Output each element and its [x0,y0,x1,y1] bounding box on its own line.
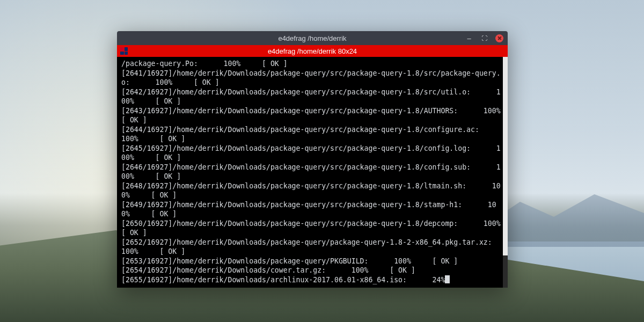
terminal-line: [2644/16927]/home/derrik/Downloads/packa… [121,125,503,144]
terminal-window: e4defrag /home/derrik e4defrag /home/der… [117,31,508,288]
terminal-line: [2643/16927]/home/derrik/Downloads/packa… [121,106,503,125]
terminal-output[interactable]: /package-query.Po: 100% [ OK ][2641/1692… [117,57,508,288]
minimize-button[interactable] [465,34,473,42]
terminal-line: /package-query.Po: 100% [ OK ] [121,59,503,69]
terminal-scrollbar[interactable] [503,57,508,288]
terminal-app-icon [120,47,128,55]
terminal-line: [2642/16927]/home/derrik/Downloads/packa… [121,87,503,106]
terminal-cursor [445,275,450,283]
terminal-line: [2646/16927]/home/derrik/Downloads/packa… [121,163,503,181]
terminal-line: [2648/16927]/home/derrik/Downloads/packa… [121,181,503,200]
terminal-line: [2655/16927]/home/derrik/Downloads/archl… [121,275,503,285]
terminal-line: [2653/16927]/home/derrik/Downloads/packa… [121,257,503,266]
window-title: e4defrag /home/derrik [278,34,346,42]
window-controls [465,31,503,45]
window-titlebar[interactable]: e4defrag /home/derrik [117,31,508,45]
terminal-line: [2654/16927]/home/derrik/Downloads/cower… [121,266,503,275]
terminal-tab-title: e4defrag /home/derrik 80x24 [268,47,357,55]
close-button[interactable] [495,34,503,42]
maximize-button[interactable] [480,34,488,42]
terminal-line: [2649/16927]/home/derrik/Downloads/packa… [121,200,503,219]
terminal-body-wrap: /package-query.Po: 100% [ OK ][2641/1692… [117,57,508,288]
terminal-tabstrip: e4defrag /home/derrik 80x24 [117,45,508,57]
terminal-scrollbar-thumb[interactable] [503,57,508,255]
terminal-line: [2645/16927]/home/derrik/Downloads/packa… [121,144,503,163]
desktop-wallpaper: e4defrag /home/derrik e4defrag /home/der… [0,0,644,322]
terminal-line: [2641/16927]/home/derrik/Downloads/packa… [121,69,503,87]
terminal-line: [2652/16927]/home/derrik/Downloads/packa… [121,238,503,257]
terminal-line: [2650/16927]/home/derrik/Downloads/packa… [121,219,503,238]
